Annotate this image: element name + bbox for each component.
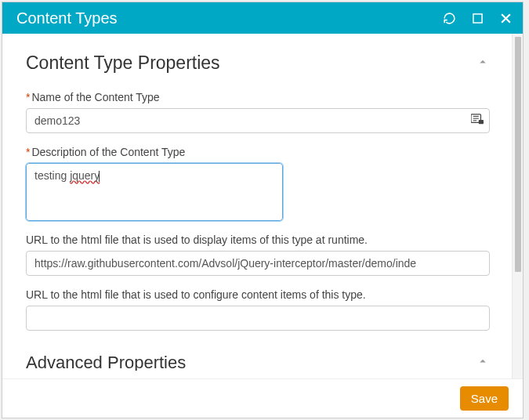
display-url-input[interactable] (26, 251, 490, 276)
svg-rect-0 (473, 13, 481, 22)
field-config-url: URL to the html file that is used to con… (26, 288, 490, 331)
close-icon[interactable] (498, 10, 513, 26)
svg-rect-5 (479, 120, 484, 124)
scrollbar-thumb[interactable] (515, 37, 521, 272)
name-input-wrap (26, 108, 490, 133)
description-textarea[interactable]: testing jquery (26, 163, 283, 221)
dialog-footer: Save (2, 378, 523, 418)
dialog-title: Content Types (16, 9, 441, 27)
display-url-label: URL to the html file that is used to dis… (26, 234, 490, 246)
form-icon[interactable] (471, 114, 484, 128)
required-marker: * (26, 91, 30, 103)
refresh-icon[interactable] (441, 10, 457, 26)
dialog: Content Types Content Type Properties *N… (2, 2, 524, 418)
name-label: *Name of the Content Type (26, 91, 490, 103)
field-description: *Description of the Content Type testing… (26, 146, 490, 221)
section-title: Content Type Properties (26, 52, 476, 74)
description-label: *Description of the Content Type (26, 146, 490, 158)
required-marker: * (26, 146, 30, 158)
config-url-label: URL to the html file that is used to con… (26, 288, 490, 301)
titlebar-actions (441, 10, 513, 26)
chevron-up-icon[interactable] (476, 55, 490, 72)
scrollbar[interactable] (512, 34, 523, 378)
config-url-input[interactable] (26, 306, 490, 331)
section-header[interactable]: Content Type Properties (26, 52, 490, 74)
titlebar: Content Types (2, 2, 523, 34)
maximize-icon[interactable] (469, 10, 485, 26)
advanced-section-header[interactable]: Advanced Properties (26, 353, 490, 371)
chevron-up-icon[interactable] (476, 353, 490, 371)
spell-error: jquery (70, 169, 100, 182)
field-name: *Name of the Content Type (26, 91, 490, 133)
content-wrap: Content Type Properties *Name of the Con… (2, 34, 523, 378)
save-button[interactable]: Save (460, 386, 509, 411)
field-display-url: URL to the html file that is used to dis… (26, 234, 490, 276)
name-input[interactable] (26, 108, 490, 133)
text-cursor (99, 171, 100, 182)
content-area: Content Type Properties *Name of the Con… (2, 34, 512, 371)
